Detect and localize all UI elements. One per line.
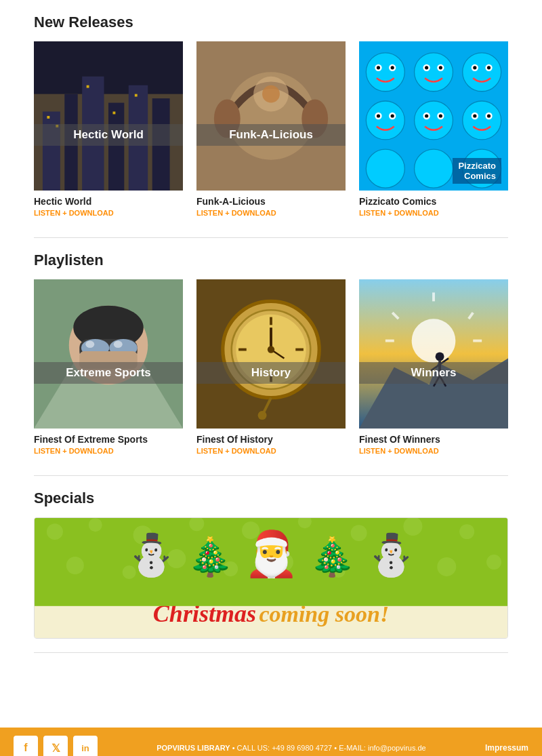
- xmas-figure-3: 🎅: [244, 532, 299, 576]
- specials-section: Specials: [0, 476, 542, 645]
- cover-art-history: [196, 279, 346, 429]
- item-title-hectic: Hectic World: [34, 196, 183, 207]
- cover-label-pizzicato: PizzicatoComics: [453, 158, 501, 184]
- svg-point-23: [366, 101, 404, 140]
- svg-point-39: [473, 66, 476, 69]
- footer-separator-1: •: [232, 744, 237, 752]
- xmas-figure-2: 🎄: [187, 538, 234, 576]
- social-links: f 𝕏 in: [14, 736, 98, 756]
- cover-label-hectic: Hectic World: [34, 124, 183, 146]
- linkedin-button[interactable]: in: [73, 736, 98, 756]
- footer: f 𝕏 in POPVIRUS LIBRARY • CALL US: +49 8…: [0, 728, 542, 756]
- svg-point-31: [377, 66, 380, 69]
- svg-point-61: [114, 341, 123, 348]
- svg-rect-2: [43, 112, 60, 191]
- cover-art-extreme: [34, 279, 183, 429]
- svg-rect-10: [87, 85, 89, 88]
- svg-point-52: [487, 114, 491, 117]
- footer-info: POPVIRUS LIBRARY • CALL US: +49 89 6980 …: [98, 744, 485, 752]
- svg-point-43: [377, 114, 380, 117]
- email-address: info@popvirus.de: [368, 744, 426, 752]
- cover-label-extreme: Extreme Sports: [34, 362, 183, 384]
- svg-rect-12: [135, 94, 138, 97]
- listen-download-winners[interactable]: LISTEN + DOWNLOAD: [359, 447, 508, 455]
- cover-label-history: History: [196, 362, 346, 384]
- svg-point-32: [391, 66, 394, 69]
- svg-rect-11: [112, 112, 115, 115]
- listen-download-funk[interactable]: LISTEN + DOWNLOAD: [196, 209, 346, 217]
- xmas-figure-5: ⛄: [366, 535, 417, 576]
- svg-point-20: [366, 53, 404, 92]
- svg-point-22: [463, 53, 501, 92]
- cover-art-funk: [196, 41, 346, 191]
- svg-point-26: [366, 149, 404, 188]
- xmas-figure-4: 🎄: [309, 538, 356, 576]
- empty-space: [0, 653, 542, 707]
- svg-point-84: [436, 352, 444, 361]
- svg-point-107: [437, 557, 456, 576]
- facebook-icon: f: [24, 742, 27, 754]
- phone-number: +49 89 6980 4727: [272, 744, 332, 752]
- album-cover-pizzicato[interactable]: ★ POPVIRUS: [359, 41, 508, 191]
- svg-point-92: [89, 518, 102, 532]
- svg-rect-8: [47, 116, 49, 119]
- svg-point-44: [391, 114, 394, 117]
- svg-point-51: [473, 114, 476, 117]
- svg-point-36: [439, 66, 442, 69]
- new-releases-grid: ★ POPVIRUS: [34, 41, 508, 217]
- album-cover-funk[interactable]: ★ POPVIRUS Funk-A-Licious: [196, 41, 346, 191]
- listen-download-history[interactable]: LISTEN + DOWNLOAD: [196, 447, 346, 455]
- brand-name: POPVIRUS LIBRARY: [157, 744, 230, 752]
- item-title-winners: Finest Of Winners: [359, 434, 508, 445]
- listen-download-hectic[interactable]: LISTEN + DOWNLOAD: [34, 209, 183, 217]
- cover-art-winners: [359, 279, 508, 429]
- specials-banner: ⛄ 🎄 🎅 🎄 ⛄ Christmas coming soon!: [34, 517, 508, 639]
- svg-point-91: [47, 523, 63, 540]
- svg-point-27: [415, 149, 453, 188]
- list-item: ★ POPVIRUS Funk-A-Licious: [196, 41, 346, 217]
- impressum-link[interactable]: Impressum: [485, 743, 528, 753]
- svg-point-24: [415, 101, 453, 140]
- svg-point-60: [85, 341, 94, 348]
- list-item: History Finest Of History LISTEN + DOWNL…: [196, 279, 346, 455]
- facebook-button[interactable]: f: [14, 736, 38, 756]
- listen-download-pizzicato[interactable]: LISTEN + DOWNLOAD: [359, 209, 508, 217]
- playlisten-title: Playlisten: [34, 252, 508, 269]
- svg-point-40: [487, 66, 491, 69]
- svg-point-35: [425, 66, 428, 69]
- album-cover-hectic[interactable]: ★ POPVIRUS: [34, 41, 183, 191]
- list-item: Winners Finest Of Winners LISTEN + DOWNL…: [359, 279, 508, 455]
- svg-point-108: [486, 555, 501, 570]
- christmas-figures-row: ⛄ 🎄 🎅 🎄 ⛄: [35, 518, 507, 576]
- item-title-history: Finest Of History: [196, 434, 346, 445]
- twitter-button[interactable]: 𝕏: [43, 736, 68, 756]
- svg-point-25: [463, 101, 501, 140]
- list-item: ★ POPVIRUS: [34, 41, 183, 217]
- svg-rect-5: [108, 103, 124, 191]
- linkedin-icon: in: [81, 743, 89, 753]
- album-cover-history[interactable]: History: [196, 279, 346, 429]
- svg-point-21: [415, 53, 453, 92]
- playlisten-section: Playlisten: [0, 238, 542, 469]
- item-title-extreme: Finest Of Extreme Sports: [34, 434, 183, 445]
- album-cover-winners[interactable]: Winners: [359, 279, 508, 429]
- cover-label-funk: Funk-A-Licious: [196, 124, 346, 146]
- item-title-funk: Funk-A-Licious: [196, 196, 346, 207]
- svg-point-74: [268, 346, 274, 353]
- call-label: CALL US:: [237, 744, 270, 752]
- svg-point-18: [262, 85, 280, 103]
- listen-download-extreme[interactable]: LISTEN + DOWNLOAD: [34, 447, 183, 455]
- svg-point-75: [258, 411, 267, 420]
- email-label: E-MAIL:: [339, 744, 366, 752]
- svg-point-47: [425, 114, 428, 117]
- playlisten-grid: Extreme Sports Finest Of Extreme Sports …: [34, 279, 508, 455]
- svg-point-77: [412, 319, 456, 363]
- specials-title: Specials: [34, 490, 508, 507]
- album-cover-extreme[interactable]: Extreme Sports: [34, 279, 183, 429]
- svg-point-48: [439, 114, 442, 117]
- cover-label-winners: Winners: [359, 362, 508, 384]
- new-releases-title: New Releases: [34, 14, 508, 31]
- new-releases-section: New Releases ★ POPVIRUS: [0, 0, 542, 231]
- twitter-icon: 𝕏: [51, 742, 60, 755]
- cover-art: [34, 41, 183, 191]
